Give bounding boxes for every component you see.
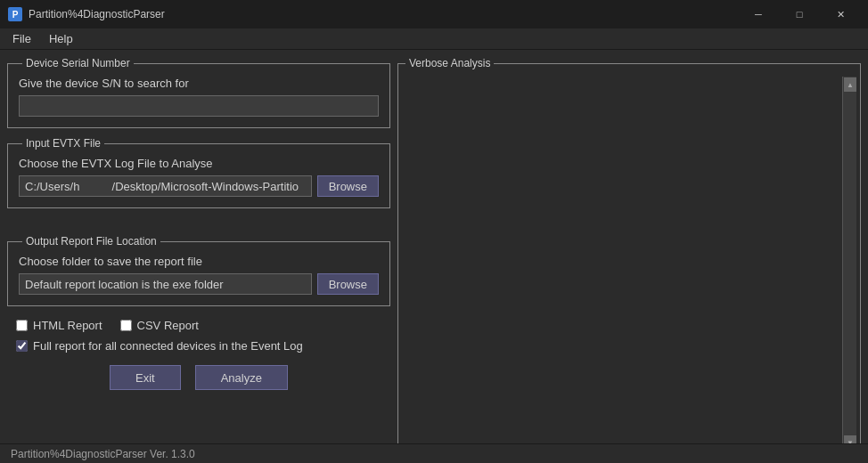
minimize-button[interactable]: ─ (738, 0, 779, 28)
app-icon: P (7, 6, 23, 22)
full-report-checkbox[interactable] (16, 340, 28, 352)
full-report-label[interactable]: Full report for all connected devices in… (33, 339, 303, 353)
analyze-button[interactable]: Analyze (195, 365, 288, 390)
scroll-up-button[interactable]: ▲ (844, 77, 856, 92)
window-controls: ─ □ ✕ (738, 0, 861, 28)
spacer (7, 217, 390, 235)
device-sn-group: Device Serial Number Give the device S/N… (7, 57, 390, 128)
output-report-group: Output Report File Location Choose folde… (7, 235, 390, 306)
evtx-file-group: Input EVTX File Choose the EVTX Log File… (7, 137, 390, 208)
statusbar: Partition%4DiagnosticParser Ver. 1.3.0 (0, 443, 868, 463)
status-text: Partition%4DiagnosticParser Ver. 1.3.0 (11, 448, 195, 460)
output-legend: Output Report File Location (22, 235, 160, 248)
verbose-group: Verbose Analysis ▲ ▼ (397, 57, 861, 456)
html-report-row: HTML Report (16, 319, 102, 332)
maximize-button[interactable]: □ (779, 0, 820, 28)
device-sn-label: Give the device S/N to search for (19, 77, 379, 90)
evtx-browse-button[interactable]: Browse (317, 175, 379, 197)
html-report-checkbox[interactable] (16, 320, 28, 331)
menubar: File Help (0, 28, 868, 50)
html-report-label[interactable]: HTML Report (33, 319, 102, 332)
evtx-legend: Input EVTX File (22, 137, 104, 150)
main-content: Device Serial Number Give the device S/N… (0, 50, 868, 463)
device-sn-legend: Device Serial Number (22, 57, 134, 69)
output-browse-button[interactable]: Browse (317, 273, 379, 295)
verbose-output: ▲ ▼ (402, 77, 856, 451)
menu-help[interactable]: Help (40, 30, 82, 47)
left-panel: Device Serial Number Give the device S/N… (7, 57, 390, 456)
menu-file[interactable]: File (4, 30, 40, 47)
device-sn-input[interactable] (19, 95, 379, 117)
window-title: Partition%4DiagnosticParser (29, 8, 738, 20)
report-type-group: HTML Report CSV Report (16, 319, 390, 332)
csv-report-checkbox[interactable] (120, 320, 132, 331)
titlebar: P Partition%4DiagnosticParser ─ □ ✕ (0, 0, 868, 28)
action-buttons: Exit Analyze (7, 365, 390, 390)
output-input-row: Browse (19, 273, 379, 295)
output-path-input[interactable] (19, 273, 312, 295)
verbose-legend: Verbose Analysis (405, 57, 494, 69)
svg-text:P: P (12, 10, 19, 20)
evtx-label: Choose the EVTX Log File to Analyse (19, 157, 379, 170)
right-panel: Verbose Analysis ▲ ▼ (397, 57, 861, 456)
exit-button[interactable]: Exit (110, 365, 181, 390)
evtx-input-row: Browse (19, 175, 379, 197)
evtx-file-input[interactable] (19, 175, 312, 197)
csv-report-row: CSV Report (120, 319, 199, 332)
csv-report-label[interactable]: CSV Report (137, 319, 199, 332)
checkboxes-area: HTML Report CSV Report Full report for a… (7, 319, 390, 353)
output-label: Choose folder to save the report file (19, 255, 379, 268)
full-report-row: Full report for all connected devices in… (16, 339, 390, 353)
scrollbar-track[interactable]: ▲ ▼ (842, 77, 856, 451)
close-button[interactable]: ✕ (820, 0, 861, 28)
